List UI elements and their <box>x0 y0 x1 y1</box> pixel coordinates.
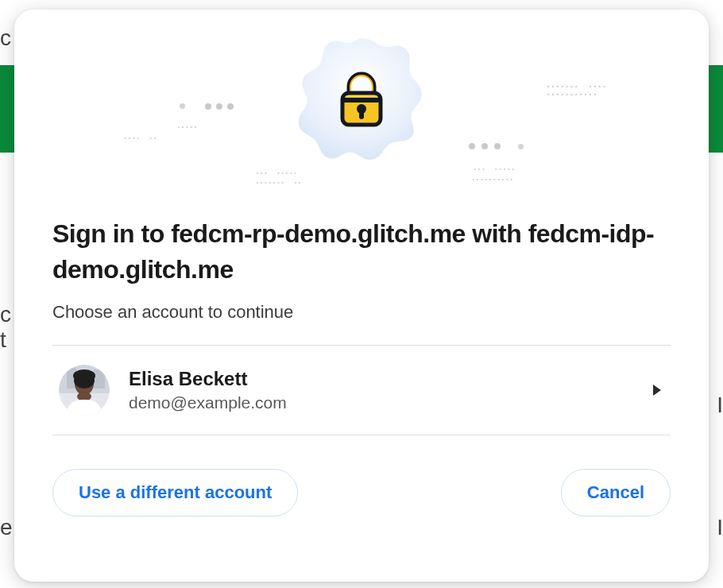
decorative-dots <box>205 103 234 110</box>
dialog-actions: Use a different account Cancel <box>14 435 709 516</box>
decorative-dots <box>180 103 185 109</box>
background-text-fragment: c <box>0 25 11 51</box>
background-text-fragment: I <box>717 515 723 540</box>
hero-badge <box>290 29 433 172</box>
svg-rect-1 <box>341 98 382 103</box>
background-text-fragment: e <box>0 515 13 540</box>
use-different-account-button[interactable]: Use a different account <box>52 469 298 516</box>
svg-point-12 <box>73 369 95 382</box>
account-text: Elisa Beckett demo@example.com <box>129 368 645 412</box>
account-option[interactable]: Elisa Beckett demo@example.com <box>52 346 671 435</box>
background-text-fragment: t <box>0 327 6 353</box>
dialog-title: Sign in to fedcm-rp-demo.glitch.me with … <box>52 216 671 288</box>
decorative-dashes: ······· ·· <box>256 178 303 188</box>
account-email: demo@example.com <box>129 393 645 412</box>
background-text-fragment: c <box>0 302 11 327</box>
lock-icon <box>336 71 387 131</box>
background-text-fragment: I <box>717 393 723 418</box>
hero-illustration: ······· ···· ··········· ····· ···· ·· ·… <box>14 10 709 192</box>
svg-rect-8 <box>94 369 105 389</box>
decorative-dashes: ····· <box>177 122 199 132</box>
account-name: Elisa Beckett <box>129 368 645 390</box>
svg-rect-3 <box>359 110 364 119</box>
decorative-dashes: ···· ·· <box>124 133 158 143</box>
cancel-button[interactable]: Cancel <box>561 469 671 516</box>
decorative-dashes: ··· ····· <box>474 164 516 174</box>
decorative-dashes: ·········· <box>472 175 514 184</box>
decorative-dots <box>469 143 524 149</box>
signin-dialog: ······· ···· ··········· ····· ···· ·· ·… <box>14 10 709 582</box>
decorative-dashes: ··········· <box>547 89 598 100</box>
chevron-right-icon <box>651 384 663 397</box>
dialog-content: Sign in to fedcm-rp-demo.glitch.me with … <box>14 192 709 435</box>
dialog-subtitle: Choose an account to continue <box>52 302 671 323</box>
avatar <box>59 365 110 416</box>
